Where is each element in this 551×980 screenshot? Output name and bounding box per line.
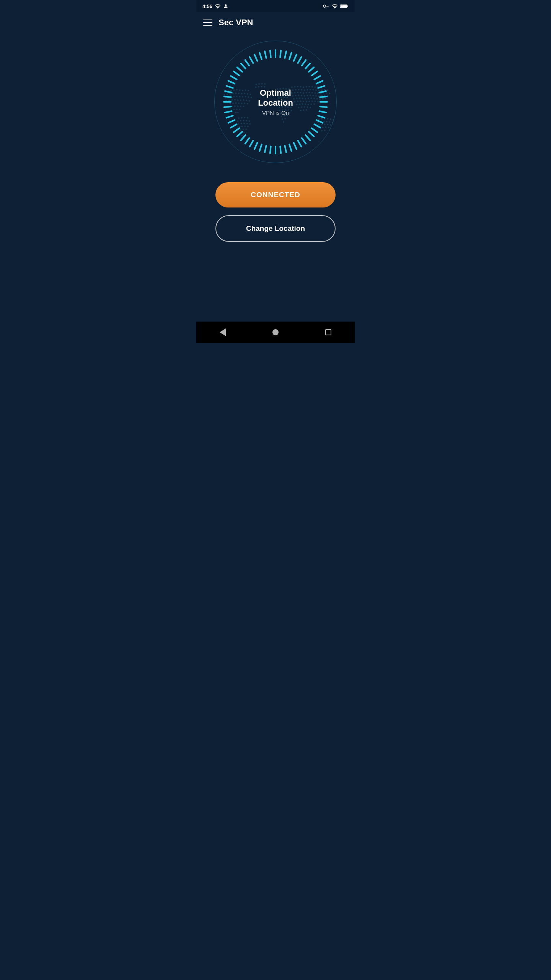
vpn-status-label: VPN is On	[247, 109, 304, 116]
status-right	[323, 4, 349, 8]
svg-line-278	[302, 138, 306, 144]
svg-line-262	[309, 67, 314, 72]
svg-line-277	[305, 135, 310, 140]
svg-line-281	[289, 144, 292, 151]
svg-line-271	[319, 111, 326, 113]
connected-button[interactable]: CONNECTED	[215, 182, 336, 207]
svg-line-275	[312, 128, 318, 132]
time-display: 4:56	[202, 3, 212, 9]
svg-line-303	[228, 81, 235, 83]
home-icon	[272, 329, 279, 335]
svg-line-272	[318, 116, 324, 118]
svg-point-6	[334, 8, 335, 8]
svg-line-308	[245, 60, 249, 66]
status-bar: 4:56	[196, 0, 355, 12]
recent-nav-button[interactable]	[325, 329, 331, 335]
svg-line-310	[254, 55, 257, 61]
svg-line-266	[318, 86, 324, 88]
svg-line-291	[241, 135, 246, 140]
svg-line-283	[280, 146, 281, 153]
svg-rect-5	[329, 7, 329, 7]
svg-rect-8	[347, 6, 348, 7]
svg-line-295	[228, 120, 235, 123]
change-location-button[interactable]: Change Location	[215, 215, 336, 242]
back-nav-button[interactable]	[220, 328, 226, 336]
app-wrapper: 4:56	[196, 0, 355, 343]
svg-line-274	[314, 124, 320, 128]
svg-line-280	[294, 143, 297, 149]
svg-line-265	[316, 81, 323, 83]
svg-line-261	[305, 64, 310, 69]
svg-line-260	[302, 60, 306, 66]
svg-line-293	[234, 128, 240, 132]
svg-line-302	[227, 86, 233, 88]
svg-line-294	[231, 124, 237, 128]
svg-line-256	[285, 51, 286, 58]
menu-line-2	[203, 22, 212, 23]
location-label: Optimal Location	[247, 88, 304, 108]
svg-line-255	[280, 51, 281, 57]
menu-line-3	[203, 25, 212, 26]
svg-line-313	[270, 51, 271, 57]
header: Sec VPN	[196, 12, 355, 33]
svg-rect-4	[328, 7, 328, 7]
svg-line-288	[254, 143, 257, 149]
svg-point-1	[225, 4, 227, 6]
recent-icon	[325, 329, 331, 335]
svg-line-282	[285, 145, 286, 152]
svg-line-273	[316, 120, 323, 123]
svg-line-290	[245, 138, 249, 144]
main-content: Optimal Location VPN is On CONNECTED Cha…	[196, 33, 355, 343]
circle-center-text: Optimal Location VPN is On	[247, 88, 304, 116]
vpn-circle-indicator[interactable]: Optimal Location VPN is On	[218, 44, 333, 159]
battery-icon	[340, 4, 349, 8]
svg-line-306	[237, 67, 242, 72]
svg-line-276	[309, 132, 314, 136]
svg-rect-3	[326, 6, 329, 6]
svg-line-258	[294, 55, 297, 61]
svg-line-267	[319, 91, 326, 93]
svg-line-304	[231, 76, 237, 80]
menu-line-1	[203, 20, 212, 20]
svg-point-0	[217, 8, 218, 8]
svg-line-307	[241, 64, 246, 69]
svg-line-311	[259, 53, 262, 59]
svg-line-287	[259, 144, 262, 151]
svg-rect-9	[341, 5, 347, 7]
wifi-status-icon	[215, 4, 221, 8]
svg-line-298	[224, 106, 231, 107]
svg-line-292	[237, 132, 242, 136]
svg-line-296	[227, 116, 233, 118]
profile-icon	[223, 3, 228, 9]
svg-line-286	[265, 145, 266, 152]
svg-line-301	[225, 91, 232, 93]
svg-line-289	[250, 140, 253, 147]
status-left: 4:56	[202, 3, 228, 9]
buttons-section: CONNECTED Change Location	[204, 182, 347, 242]
svg-line-259	[298, 57, 302, 63]
bottom-nav-bar	[196, 322, 355, 343]
home-nav-button[interactable]	[272, 329, 279, 335]
svg-line-270	[320, 106, 327, 107]
svg-line-297	[225, 111, 232, 113]
back-icon	[220, 328, 226, 336]
key-icon	[323, 4, 329, 8]
svg-line-312	[265, 51, 266, 58]
svg-line-264	[314, 76, 320, 80]
svg-line-300	[224, 96, 231, 97]
svg-point-2	[323, 5, 326, 7]
wifi-icon	[332, 4, 338, 8]
svg-line-279	[298, 140, 302, 147]
svg-line-285	[270, 146, 271, 153]
svg-line-268	[320, 96, 327, 97]
svg-line-305	[234, 72, 240, 76]
svg-line-257	[289, 53, 292, 59]
app-title: Sec VPN	[218, 18, 253, 28]
menu-button[interactable]	[203, 20, 212, 26]
svg-line-309	[250, 57, 253, 63]
svg-line-263	[312, 72, 318, 76]
